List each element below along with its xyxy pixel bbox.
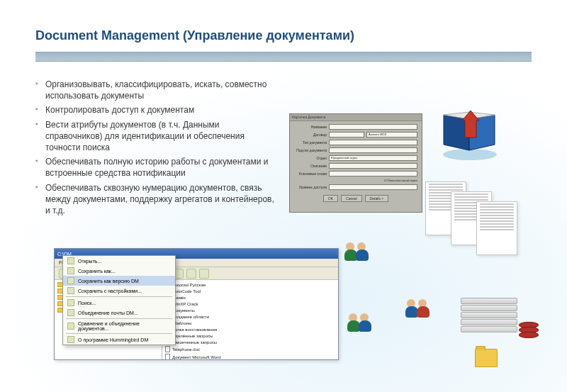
form-checkbox-label[interactable]: ☑ Полнотекстовый поиск	[384, 179, 417, 182]
bullet-item: Обеспечивать полную историю работы с док…	[35, 156, 276, 179]
save-icon	[67, 287, 74, 294]
list-item[interactable]: Telephone.doc	[165, 345, 335, 353]
slide: Document Management (Управление документ…	[0, 0, 567, 392]
explorer-list: Autocad Pусская AutoCode Tool Намёк WinX…	[162, 280, 338, 359]
search-icon	[67, 299, 74, 306]
form-label: Подтип документа	[294, 148, 327, 152]
mail-icon	[67, 309, 74, 316]
users-icon	[405, 298, 434, 323]
bullet-item: Обеспечивать сквозную нумерацию документ…	[35, 182, 276, 217]
database-icon	[519, 322, 539, 343]
list-item[interactable]: Autocad Pусская	[165, 281, 335, 288]
details-button[interactable]: Details >	[365, 195, 389, 202]
menu-item-about[interactable]: О программе Hummingbird DM	[63, 335, 175, 345]
list-item[interactable]: Намёк	[165, 294, 335, 301]
file-icon	[165, 346, 170, 352]
menu-item-search[interactable]: Поиск...	[63, 298, 175, 308]
menu-item-compare[interactable]: Сравнение и объединение документов...	[63, 320, 175, 332]
form-input[interactable]	[329, 147, 417, 153]
form-input[interactable]	[329, 171, 417, 177]
context-menu: Открыть... Сохранить как... Сохранить ка…	[62, 255, 176, 345]
compare-icon	[67, 323, 74, 330]
file-icon	[165, 354, 170, 360]
bullet-item: Контролировать доступ к документам	[35, 104, 276, 116]
form-input[interactable]	[329, 132, 364, 138]
menu-item-open[interactable]: Открыть...	[63, 256, 175, 266]
users-icon	[347, 312, 376, 337]
info-icon	[67, 336, 74, 343]
form-input[interactable]	[329, 124, 417, 130]
open-icon	[67, 257, 74, 264]
form-input[interactable]	[329, 184, 417, 190]
slide-title: Document Management (Управление документ…	[35, 28, 532, 43]
form-input[interactable]	[329, 163, 417, 169]
bullet-list: Организовывать, классифицировать, искать…	[35, 79, 276, 216]
folder-icon	[475, 349, 498, 367]
svg-point-0	[443, 149, 497, 160]
tb-icon[interactable]	[186, 269, 196, 279]
list-item[interactable]: Документ Microsoft Word	[165, 353, 335, 361]
menu-item-save-as[interactable]: Сохранить как...	[63, 266, 175, 276]
form-section: Уровень доступа	[294, 185, 327, 189]
form-dropdown[interactable]: Активен МСВ	[366, 132, 417, 138]
form-titlebar: Карточка Документа	[290, 114, 422, 121]
tb-icon[interactable]	[199, 269, 209, 279]
form-label: Ключевые слова	[294, 172, 327, 176]
book-arrow-icon	[438, 106, 502, 163]
form-label: Описание	[294, 164, 327, 168]
menu-separator	[66, 318, 172, 319]
menu-item-save-settings[interactable]: Сохранить с настройками...	[63, 286, 175, 296]
form-dropdown[interactable]: Юридический отдел	[329, 155, 417, 161]
cancel-button[interactable]: Cancel	[341, 195, 362, 202]
bullet-item: Организовывать, классифицировать, искать…	[35, 79, 276, 101]
form-label: Название	[294, 125, 327, 129]
list-item[interactable]: Законченные запросы	[165, 339, 335, 345]
list-item[interactable]: Шаблоны	[165, 320, 335, 326]
title-divider	[35, 52, 532, 62]
menu-separator	[66, 333, 172, 334]
bullet-item: Вести атрибуты документов (в т.ч. Данным…	[35, 119, 276, 154]
form-label: Договор	[294, 133, 327, 137]
form-label: Отдел	[294, 156, 327, 160]
form-input[interactable]	[329, 140, 417, 145]
save-icon	[67, 277, 74, 284]
menu-item-mail-merge[interactable]: Объединение почты DM...	[63, 308, 175, 318]
list-item[interactable]: Точка восстановления	[165, 326, 335, 332]
save-icon	[67, 267, 74, 274]
menu-separator	[66, 296, 172, 297]
document-card-form: Карточка Документа Название ДоговорАктив…	[289, 113, 422, 213]
server-rack-icon	[461, 298, 517, 333]
list-item[interactable]: Создание области	[165, 313, 335, 320]
form-label: Тип документа	[294, 140, 327, 145]
users-icon	[344, 241, 373, 267]
menu-item-save-version[interactable]: Сохранить как версию DM	[63, 276, 175, 286]
list-item[interactable]: Удалённые запросы	[165, 332, 335, 339]
list-item[interactable]: Документы	[165, 307, 335, 313]
document-thumbnail	[476, 201, 517, 255]
ok-button[interactable]: OK	[323, 195, 338, 202]
list-item[interactable]: WinXP Crack	[165, 301, 335, 307]
list-item[interactable]: AutoCode Tool	[165, 288, 335, 294]
